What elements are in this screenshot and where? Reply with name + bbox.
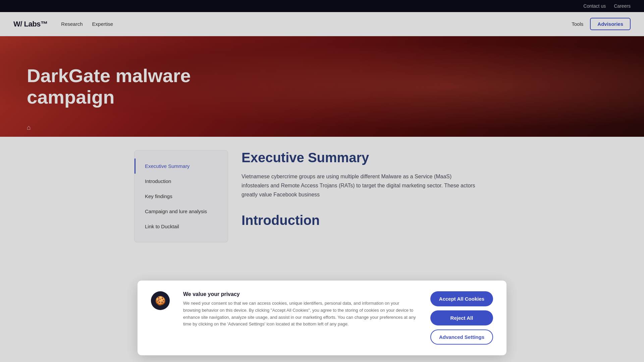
cookie-overlay: 🍪 We value your privacy We need your con… — [0, 0, 644, 262]
